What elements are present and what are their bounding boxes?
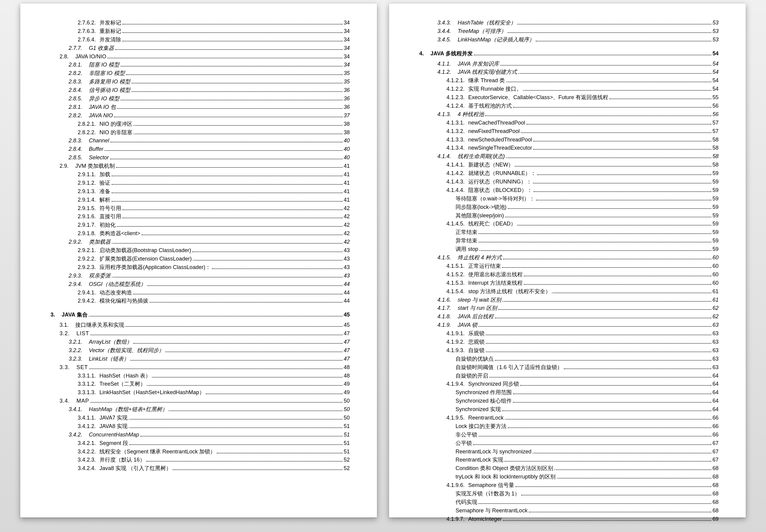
toc-entry[interactable]: 4.1.1.JAVA 并发知识库54 xyxy=(419,60,719,68)
toc-entry[interactable]: 2.8.5.异步 IO 模型36 xyxy=(50,95,350,103)
toc-entry[interactable]: ReentrantLock 实现67 xyxy=(419,456,719,464)
toc-entry[interactable]: 4.1.5.2.使用退出标志退出线程60 xyxy=(419,271,719,279)
toc-entry[interactable]: Synchronized 实现64 xyxy=(419,405,719,414)
toc-entry[interactable]: 2.8.2.1.NIO 的缓冲区38 xyxy=(50,120,350,128)
toc-entry[interactable]: Synchronized 核心组件64 xyxy=(419,397,719,405)
toc-entry[interactable]: 2.9.4.1.动态改变构造44 xyxy=(50,289,350,297)
toc-entry[interactable]: 4.1.8.JAVA 后台线程62 xyxy=(419,313,719,321)
toc-entry[interactable]: 3.3.1.1.HashSet（Hash 表）48 xyxy=(50,372,350,380)
toc-section-heading[interactable]: 4.JAVA 多线程并发54 xyxy=(419,50,719,58)
toc-entry[interactable]: 自旋锁时间阈值（1.6 引入了适应性自旋锁）63 xyxy=(419,363,719,372)
toc-entry[interactable]: 3.2.2.Vector（数组实现、线程同步）47 xyxy=(50,346,350,355)
toc-entry[interactable]: 4.1.9.4.Synchronized 同步锁64 xyxy=(419,380,719,388)
toc-entry[interactable]: 3.2.3.LinkList（链表）47 xyxy=(50,355,350,363)
toc-entry[interactable]: 3.4.2.1.Segment 段51 xyxy=(50,439,350,448)
toc-entry[interactable]: 2.9.1.1.加载41 xyxy=(50,170,350,179)
toc-entry[interactable]: 2.9.JVM 类加载机制41 xyxy=(50,162,350,170)
toc-entry[interactable]: 3.4.3.HashTable（线程安全）53 xyxy=(419,19,719,27)
toc-entry[interactable]: 4.1.9.3.自旋锁63 xyxy=(419,346,719,355)
toc-entry[interactable]: 4.1.2.3.ExecutorService、Callable<Class>、… xyxy=(419,93,719,102)
toc-entry[interactable]: 3.4.1.1.JAVA7 实现50 xyxy=(50,414,350,422)
toc-entry[interactable]: 2.9.4.2.模块化编程与热插拔44 xyxy=(50,297,350,305)
toc-entry[interactable]: 2.9.1.4.解析41 xyxy=(50,196,350,204)
toc-entry[interactable]: 2.8.2.2.NIO 的非阻塞38 xyxy=(50,128,350,137)
toc-entry[interactable]: 2.8.5.Selector40 xyxy=(50,154,350,162)
toc-entry[interactable]: 4.1.9.6.Semaphore 信号量68 xyxy=(419,481,719,490)
toc-entry[interactable]: 2.8.2.JAVA NIO37 xyxy=(50,112,350,120)
toc-entry[interactable]: 2.9.2.类加载器42 xyxy=(50,238,350,246)
toc-entry[interactable]: 非公平锁66 xyxy=(419,431,719,439)
toc-entry[interactable]: 2.9.2.2.扩展类加载器(Extension ClassLoader)43 xyxy=(50,255,350,263)
toc-entry[interactable]: 2.9.2.1.启动类加载器(Bootstrap ClassLoader)43 xyxy=(50,246,350,255)
toc-entry[interactable]: 2.8.2.非阻塞 IO 模型35 xyxy=(50,69,350,78)
toc-entry[interactable]: Condition 类和 Object 类锁方法区别区别68 xyxy=(419,464,719,473)
toc-entry[interactable]: 3.4.2.2.线程安全（Segment 继承 ReentrantLock 加锁… xyxy=(50,448,350,456)
toc-entry[interactable]: 4.1.9.7.AtomicInteger69 xyxy=(419,515,719,524)
toc-entry[interactable]: 4.1.3.4 种线程池56 xyxy=(419,110,719,119)
toc-entry[interactable]: 同步阻塞(lock->锁池)59 xyxy=(419,203,719,212)
toc-entry[interactable]: 4.1.2.4.基于线程池的方式56 xyxy=(419,102,719,110)
toc-entry[interactable]: 2.9.3.双亲委派43 xyxy=(50,272,350,280)
toc-entry[interactable]: 2.9.1.7.初始化42 xyxy=(50,221,350,229)
toc-entry[interactable]: 2.9.1.3.准备41 xyxy=(50,187,350,196)
toc-entry[interactable]: 4.1.4.1.新建状态（NEW）58 xyxy=(419,161,719,169)
toc-entry[interactable]: 等待阻塞（o.wait->等待对列）：59 xyxy=(419,195,719,203)
toc-entry[interactable]: ReentrantLock 与 synchronized67 xyxy=(419,448,719,456)
toc-entry[interactable]: 3.4.2.3.并行度（默认 16）52 xyxy=(50,456,350,464)
toc-entry[interactable]: Synchronized 作用范围64 xyxy=(419,388,719,397)
toc-entry[interactable]: 2.8.4.Buffer40 xyxy=(50,145,350,154)
toc-entry[interactable]: 自旋锁的优缺点63 xyxy=(419,355,719,363)
toc-entry[interactable]: 4.1.4.2.就绪状态（RUNNABLE）：59 xyxy=(419,169,719,178)
toc-entry[interactable]: 4.1.9.2.悲观锁63 xyxy=(419,338,719,346)
toc-entry[interactable]: 3.3.SET48 xyxy=(50,363,350,372)
toc-entry[interactable]: 4.1.3.1.newCachedThreadPool57 xyxy=(419,119,719,127)
toc-entry[interactable]: 3.2.1.ArrayList（数组）47 xyxy=(50,338,350,346)
toc-entry[interactable]: 3.4.5.LinkHashMap（记录插入顺序）53 xyxy=(419,36,719,44)
toc-entry[interactable]: 3.4.2.ConcurrentHashMap51 xyxy=(50,431,350,439)
toc-entry[interactable]: 2.8.1.阻塞 IO 模型34 xyxy=(50,61,350,69)
toc-entry[interactable]: 2.9.1.2.验证41 xyxy=(50,179,350,187)
toc-entry[interactable]: tryLock 和 lock 和 lockInterruptibly 的区别68 xyxy=(419,473,719,481)
toc-entry[interactable]: Lock 接口的主要方法66 xyxy=(419,422,719,431)
toc-entry[interactable]: 3.2.LIST47 xyxy=(50,329,350,338)
toc-entry[interactable]: 4.1.6.sleep 与 wait 区别61 xyxy=(419,296,719,304)
toc-entry[interactable]: 异常结束59 xyxy=(419,237,719,245)
toc-entry[interactable]: 公平锁67 xyxy=(419,439,719,448)
toc-entry[interactable]: 调用 stop59 xyxy=(419,245,719,254)
toc-entry[interactable]: 4.1.4.3.运行状态（RUNNING）：59 xyxy=(419,178,719,186)
toc-entry[interactable]: 代码实现68 xyxy=(419,498,719,507)
toc-entry[interactable]: 4.1.3.4.newSingleThreadExecutor58 xyxy=(419,144,719,152)
toc-entry[interactable]: 2.7.6.2.并发标记34 xyxy=(50,19,350,27)
toc-entry[interactable]: 2.8.3.Channel40 xyxy=(50,137,350,145)
toc-entry[interactable]: 4.1.5.终止线程 4 种方式60 xyxy=(419,254,719,262)
toc-entry[interactable]: 3.4.4.TreeMap（可排序）53 xyxy=(419,27,719,36)
toc-entry[interactable]: 2.7.6.3.重新标记34 xyxy=(50,27,350,36)
toc-entry[interactable]: 4.1.2.1.继承 Thread 类54 xyxy=(419,76,719,85)
toc-entry[interactable]: 4.1.4.5.线程死亡（DEAD）59 xyxy=(419,220,719,228)
toc-entry[interactable]: 3.4.MAP50 xyxy=(50,397,350,405)
toc-entry[interactable]: 4.1.5.4.stop 方法终止线程（线程不安全）61 xyxy=(419,287,719,296)
toc-entry[interactable]: 4.1.9.1.乐观锁63 xyxy=(419,329,719,338)
toc-entry[interactable]: 3.1.接口继承关系和实现45 xyxy=(50,321,350,329)
toc-entry[interactable]: 正常结束59 xyxy=(419,228,719,237)
toc-entry[interactable]: 4.1.3.3.newScheduledThreadPool58 xyxy=(419,136,719,144)
toc-entry[interactable]: 3.3.1.3.LinkHashSet（HashSet+LinkedHashMa… xyxy=(50,388,350,397)
toc-entry[interactable]: 实现互斥锁（计数器为 1）68 xyxy=(419,490,719,498)
toc-entry[interactable]: 4.1.7.start 与 run 区别62 xyxy=(419,304,719,313)
toc-entry[interactable]: 2.9.2.3.应用程序类加载器(Application ClassLoader… xyxy=(50,263,350,272)
toc-entry[interactable]: 3.3.1.2.TreeSet（二叉树）49 xyxy=(50,380,350,388)
toc-entry[interactable]: 2.7.7.G1 收集器34 xyxy=(50,44,350,53)
toc-entry[interactable]: 4.1.2.JAVA 线程实现/创建方式54 xyxy=(419,68,719,76)
toc-section-heading[interactable]: 3.JAVA 集合45 xyxy=(50,311,350,319)
toc-entry[interactable]: 3.4.1.HashMap（数组+链表+红黑树）50 xyxy=(50,405,350,414)
toc-entry[interactable]: 3.4.2.4.Java8 实现 （引入了红黑树）52 xyxy=(50,464,350,473)
toc-entry[interactable]: 2.8.4.信号驱动 IO 模型36 xyxy=(50,86,350,95)
toc-entry[interactable]: 2.9.4.OSGI（动态模型系统）44 xyxy=(50,280,350,289)
toc-entry[interactable]: 4.1.2.2.实现 Runnable 接口。54 xyxy=(419,85,719,93)
toc-entry[interactable]: 4.1.3.2.newFixedThreadPool57 xyxy=(419,127,719,136)
toc-entry[interactable]: 4.1.4.4.阻塞状态（BLOCKED）：59 xyxy=(419,186,719,195)
toc-entry[interactable]: 自旋锁的开启64 xyxy=(419,372,719,380)
toc-entry[interactable]: 2.9.1.5.符号引用42 xyxy=(50,204,350,213)
toc-entry[interactable]: 4.1.5.3.Interrupt 方法结束线程60 xyxy=(419,279,719,287)
toc-entry[interactable]: 2.8.JAVA IO/NIO34 xyxy=(50,53,350,61)
